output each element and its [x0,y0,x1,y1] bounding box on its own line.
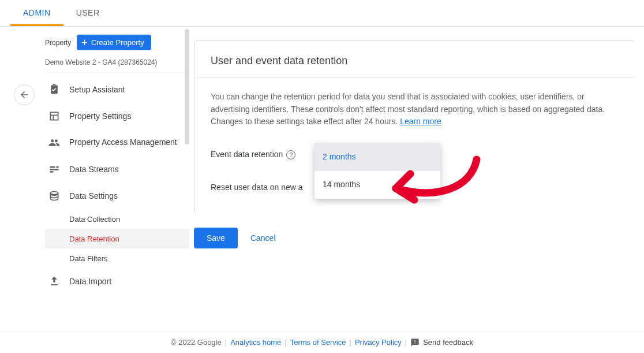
create-property-button[interactable]: + Create Property [77,35,151,50]
top-tabs: ADMIN USER [0,0,644,27]
property-name[interactable]: Demo Website 2 - GA4 (287365024) [45,55,189,73]
sidebar-sub-data-collection[interactable]: Data Collection [45,209,189,229]
sidebar: Property + Create Property Demo Website … [35,27,189,329]
cancel-button[interactable]: Cancel [250,233,276,243]
streams-icon [48,164,60,175]
help-icon[interactable]: ? [286,150,295,159]
sidebar-item-data-settings[interactable]: Data Settings [45,183,189,209]
sidebar-item-setup-assistant[interactable]: Setup Assistant [45,76,189,103]
sidebar-item-data-import[interactable]: Data Import [45,268,189,295]
sidebar-item-label: Data Streams [69,165,119,174]
footer-copyright: © 2022 Google [171,338,222,347]
footer: © 2022 Google | Analytics home | Terms o… [0,331,644,353]
retention-dropdown: 2 months 14 months [314,143,440,199]
reset-user-data-label: Reset user data on new a [211,181,303,194]
card-title: User and event data retention [194,41,635,78]
learn-more-link[interactable]: Learn more [400,117,441,126]
retention-card: User and event data retention You can ch… [194,40,635,214]
sidebar-sub-data-retention[interactable]: Data Retention [45,229,189,248]
sidebar-item-label: Data Settings [69,191,118,200]
sidebar-sub-data-filters[interactable]: Data Filters [45,248,189,268]
sidebar-item-property-settings[interactable]: Property Settings [45,103,189,129]
database-icon [48,190,60,202]
footer-link-terms[interactable]: Terms of Service [290,338,346,347]
property-label: Property [45,39,71,47]
plus-icon: + [81,39,88,47]
save-button[interactable]: Save [194,228,238,248]
send-feedback-label: Send feedback [423,338,473,347]
people-icon [48,137,60,148]
send-feedback-button[interactable]: Send feedback [410,338,473,347]
scrollbar-thumb[interactable] [185,29,189,144]
tab-user[interactable]: USER [63,0,113,26]
option-14-months[interactable]: 14 months [314,171,440,199]
upload-icon [48,276,60,287]
tab-admin[interactable]: ADMIN [10,0,63,26]
arrow-left-icon [19,90,29,100]
footer-link-analytics-home[interactable]: Analytics home [230,338,281,347]
sidebar-item-property-access[interactable]: Property Access Management [45,129,189,156]
sidebar-item-label: Property Settings [69,112,131,121]
sidebar-item-data-streams[interactable]: Data Streams [45,156,189,183]
create-property-label: Create Property [91,38,144,47]
sidebar-item-label: Property Access Management [69,138,177,148]
event-retention-label: Event data retention [211,148,283,161]
feedback-icon [410,338,420,347]
layout-icon [48,110,60,122]
footer-link-privacy[interactable]: Privacy Policy [355,338,402,347]
back-button[interactable] [14,84,35,105]
clipboard-check-icon [48,84,60,95]
sidebar-item-label: Setup Assistant [69,85,125,94]
sidebar-item-label: Data Import [69,277,111,286]
option-2-months[interactable]: 2 months [314,143,440,171]
